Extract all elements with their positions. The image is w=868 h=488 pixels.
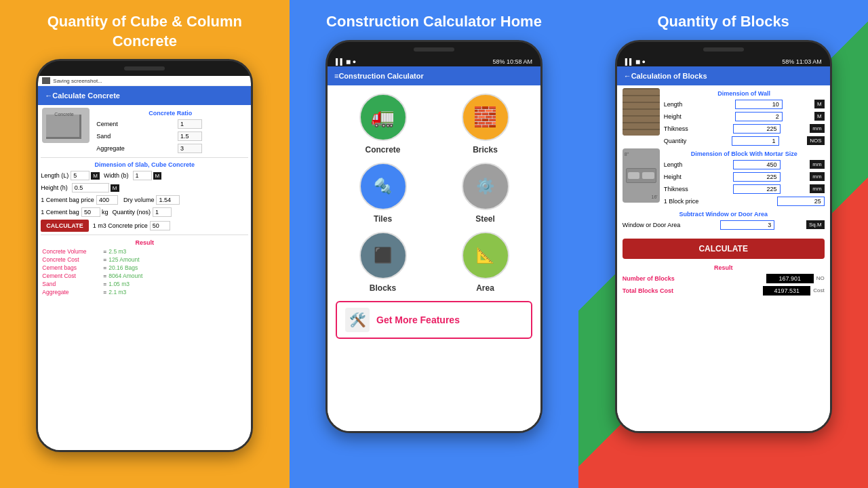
wall-height-label: Height [664, 113, 705, 120]
wall-dimension-title: Dimension of Wall [664, 88, 825, 98]
status-left-3: ▌▌ ◼ ● [625, 58, 646, 65]
window-door-unit: Sq.M [806, 220, 825, 229]
num-blocks-row: Number of Blocks 167.901 NO [623, 272, 825, 285]
grid-item-concrete[interactable]: 🚛 Concrete [336, 94, 430, 155]
back-arrow-3-icon[interactable]: ← [624, 72, 631, 80]
wall-quantity-input[interactable] [732, 136, 779, 146]
result-title-1: Result [42, 238, 247, 247]
get-more-label: Get More Features [376, 314, 460, 325]
home-app-header: ≡ Construction Calculator [328, 66, 540, 85]
total-cost-unit: Cost [813, 287, 824, 293]
grid-item-bricks[interactable]: 🧱 Bricks [438, 94, 532, 155]
screenshot-icon [42, 77, 50, 84]
grid-item-blocks[interactable]: ⬛ Blocks [336, 232, 430, 293]
blocks-grid-label: Blocks [370, 283, 396, 293]
concrete-price-label: 1 m3 Concrete price [93, 222, 148, 229]
grid-item-steel[interactable]: ⚙️ Steel [438, 163, 532, 224]
height-input[interactable] [72, 183, 109, 192]
length-unit: M [91, 172, 100, 180]
block-height-label: Height [664, 174, 705, 180]
cement-price-row: 1 Cement bag price Dry volume [38, 194, 251, 206]
blocks-icon: ⬛ [359, 232, 407, 279]
grid-item-tiles[interactable]: 🔩 Tiles [336, 163, 430, 224]
cement-bag-price-input[interactable] [96, 195, 118, 205]
wall-length-input[interactable] [735, 100, 783, 109]
panel-1-title: Quantity of Cube & Column Concrete [0, 7, 290, 56]
dimension-section-title: Dimension of Slab, Cube Concrete [38, 159, 251, 169]
blocks-app-header: ← Calculation of Blocks [617, 66, 830, 85]
total-cost-value: 4197.531 [763, 286, 810, 296]
result-row-3: Cement Cost = 8064 Amount [42, 272, 247, 280]
window-door-input[interactable] [720, 220, 774, 230]
window-door-label: Window or Door Area [623, 222, 690, 228]
block-height-unit: mm [810, 172, 824, 181]
steel-grid-label: Steel [475, 214, 495, 224]
sand-input[interactable] [178, 131, 202, 141]
width-input[interactable] [133, 171, 152, 180]
dry-volume-input[interactable] [156, 195, 180, 205]
block-height-input[interactable] [733, 172, 781, 182]
wall-thickness-row: Thikness mm [664, 123, 825, 135]
tiles-icon: 🔩 [359, 163, 407, 210]
cement-bag-label: 1 Cement bag [41, 209, 79, 216]
total-cost-row: Total Blocks Cost 4197.531 Cost [623, 285, 825, 297]
concrete-price-input[interactable] [150, 221, 170, 230]
phone-2: ▌▌ ◼ ● 58% 10:58 AM ≡ Construction Calcu… [326, 40, 542, 433]
grid-item-area[interactable]: 📐 Area [438, 232, 532, 293]
wall-thickness-unit: mm [810, 124, 824, 133]
dry-volume-label: Dry volume [123, 197, 155, 203]
concrete-content: Concrete Concrete Ratio Cement Sand [38, 105, 251, 451]
result-section-3: Result Number of Blocks 167.901 NO Total… [617, 262, 830, 298]
block-length-input[interactable] [733, 160, 781, 169]
result-row-2: Cement bags = 20.16 Bags [42, 264, 247, 272]
height-row: Height (h) M [38, 182, 251, 194]
panel-blocks: Quantity of Blocks ▌▌ ◼ ● 58% 11:03 AM ←… [578, 0, 868, 488]
num-blocks-value: 167.901 [766, 274, 814, 283]
quantity-nos-input[interactable] [153, 207, 172, 217]
aggregate-input[interactable] [178, 144, 202, 153]
result-title-3: Result [623, 263, 825, 272]
phone-1-notch [38, 61, 251, 76]
block-dimension-fields: Dimension of Block With Mortar Size Leng… [664, 148, 825, 207]
status-right: 58% 10:58 AM [492, 58, 532, 65]
status-left: ▌▌ ◼ ● [336, 58, 356, 65]
cement-kg-row: 1 Cement bag kg Quantity (nos) [38, 206, 251, 218]
concrete-screen: Concrete Concrete Ratio Cement Sand [38, 105, 251, 451]
num-blocks-value-group: 167.901 NO [766, 274, 825, 283]
calculate-button-1[interactable]: CALCULATE [41, 220, 88, 232]
phone-3-status: ▌▌ ◼ ● 58% 11:03 AM [617, 57, 830, 66]
wall-length-unit: M [814, 100, 825, 108]
block-price-row: 1 Block price [664, 195, 825, 207]
length-input[interactable] [71, 171, 90, 180]
block-thickness-input[interactable] [733, 184, 781, 194]
status-right-3: 58% 11:03 AM [782, 58, 822, 65]
wall-quantity-row: Quantity NOS [664, 135, 825, 147]
sand-label: Sand [94, 130, 175, 142]
block-length-label: Length [664, 161, 705, 168]
concrete-app-header: ← Calculate Concrete [38, 86, 251, 105]
bricks-grid-label: Bricks [473, 145, 498, 155]
cement-bag-input[interactable] [81, 207, 100, 217]
calculate-button-3[interactable]: CALCULATE [623, 239, 825, 259]
home-app-title: Construction Calculator [338, 72, 423, 80]
phone-2-status: ▌▌ ◼ ● 58% 10:58 AM [328, 57, 540, 66]
wall-length-row: Length M [664, 98, 825, 110]
divider-2 [41, 235, 248, 235]
result-row-5: Aggregate = 2.1 m3 [42, 288, 247, 296]
back-arrow-icon[interactable]: ← [45, 92, 52, 100]
panel-2-title: Construction Calculator Home [313, 7, 555, 37]
saving-text: Saving screenshot... [53, 78, 102, 84]
wall-quantity-unit: NOS [807, 136, 824, 145]
wall-thickness-input[interactable] [733, 124, 781, 134]
phone-2-bottom: LG [328, 431, 540, 433]
width-label: Width (b) [104, 172, 129, 179]
wall-height-input[interactable] [735, 112, 783, 121]
panel-3-title: Quantity of Blocks [644, 7, 803, 37]
block-price-input[interactable] [777, 197, 825, 206]
bricks-icon: 🧱 [462, 94, 509, 141]
concrete-app-title: Calculate Concrete [52, 92, 120, 100]
get-more-button[interactable]: 🛠️ Get More Features [336, 301, 532, 339]
num-blocks-unit: NO [816, 275, 825, 281]
total-cost-value-group: 4197.531 Cost [763, 286, 824, 296]
cement-input[interactable] [178, 119, 202, 129]
